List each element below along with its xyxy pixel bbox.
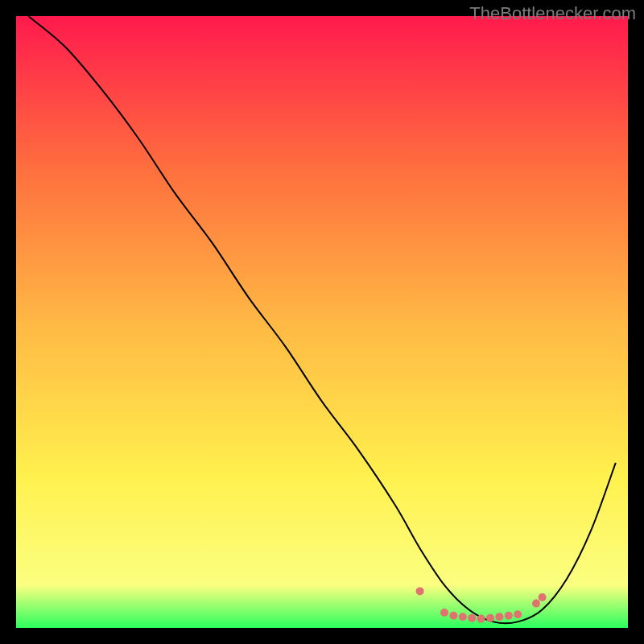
valley-marker bbox=[495, 613, 503, 621]
valley-marker bbox=[539, 593, 547, 601]
valley-marker bbox=[440, 609, 448, 617]
chart-background bbox=[16, 16, 628, 628]
valley-marker bbox=[486, 614, 494, 622]
valley-marker bbox=[468, 614, 476, 622]
chart-plot-area bbox=[16, 16, 628, 628]
valley-marker bbox=[477, 615, 485, 623]
chart-svg bbox=[16, 16, 628, 628]
valley-marker bbox=[505, 612, 513, 620]
valley-marker bbox=[459, 613, 467, 621]
watermark-text: TheBottlenecker.com bbox=[469, 3, 636, 24]
valley-marker bbox=[449, 612, 457, 620]
valley-marker bbox=[514, 610, 522, 618]
valley-marker bbox=[532, 600, 540, 608]
valley-marker bbox=[416, 587, 424, 595]
